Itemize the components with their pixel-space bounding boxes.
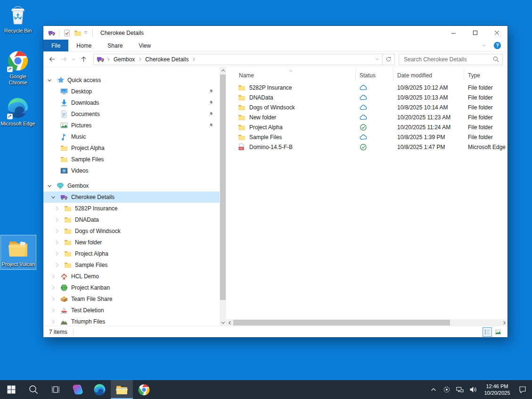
taskbar-copilot-button[interactable] (66, 380, 89, 399)
desktop-icon-microsoft-edge[interactable]: Microsoft Edge (0, 95, 35, 127)
action-center-icon[interactable] (517, 384, 528, 395)
chevron-right-icon[interactable] (54, 205, 60, 212)
file-row-5282p-insurance[interactable]: 5282P Insurance10/8/2025 10:12 AMFile fo… (226, 83, 507, 92)
maximize-button[interactable] (464, 26, 486, 40)
chevron-right-icon[interactable] (54, 250, 60, 257)
up-arrow-icon[interactable] (80, 56, 87, 63)
nav-item-downloads[interactable]: Downloads (43, 97, 220, 108)
details-view-button[interactable] (483, 327, 492, 337)
file-row-sample-files[interactable]: Sample Files10/8/2025 1:39 PMFile folder (226, 132, 507, 142)
nav-item-quick-access[interactable]: Quick access (43, 75, 220, 86)
taskbar-clock[interactable]: 12:46 PM 10/20/2025 (482, 383, 512, 396)
scrollbar-thumb[interactable] (220, 75, 226, 300)
ribbon-tab-view[interactable]: View (131, 40, 159, 51)
chevron-right-icon[interactable] (54, 262, 60, 268)
nav-item-music[interactable]: Music (43, 131, 220, 142)
nav-item-videos[interactable]: Videos (43, 165, 220, 176)
close-button[interactable] (486, 26, 507, 40)
file-row-dnadata[interactable]: DNAData10/8/2025 10:13 AMFile folder (226, 92, 507, 102)
search-input[interactable] (404, 56, 492, 63)
minimize-button[interactable] (442, 26, 464, 40)
nav-item-gembox[interactable]: Gembox (43, 180, 220, 191)
scroll-right-arrow-icon[interactable] (501, 319, 507, 326)
chevron-right-icon[interactable] (54, 228, 60, 234)
file-row-dogs-of-windsock[interactable]: Dogs of Windsock10/8/2025 10:14 AMFile f… (226, 102, 507, 112)
refresh-icon[interactable] (383, 54, 395, 65)
chevron-right-icon[interactable] (50, 273, 57, 280)
ribbon-tab-home[interactable]: Home (68, 40, 99, 51)
nav-item-project-kanban[interactable]: Project Kanban (43, 282, 220, 293)
tray-utility-icon[interactable] (442, 385, 451, 394)
nav-item-project-alpha[interactable]: Project Alpha (43, 248, 220, 259)
search-icon[interactable] (492, 56, 499, 63)
taskbar-start-button[interactable] (0, 380, 22, 399)
nav-item-sample-files[interactable]: Sample Files (43, 154, 220, 165)
new-folder-icon[interactable] (74, 29, 82, 37)
nav-item-team-file-share[interactable]: Team File Share (43, 293, 220, 305)
nav-item-pictures[interactable]: Pictures (43, 120, 220, 131)
chevron-right-icon[interactable] (54, 216, 60, 223)
ribbon-tab-share[interactable]: Share (99, 40, 131, 51)
expand-ribbon-chevron-icon[interactable] (481, 43, 486, 48)
breadcrumb-item-cherokee-details[interactable]: Cherokee Details (144, 56, 190, 63)
nav-item-test-deletion[interactable]: Test Deletion (43, 305, 220, 316)
window-titlebar[interactable]: Cherokee Details (43, 26, 507, 40)
properties-check-icon[interactable] (63, 29, 71, 37)
column-header-date-modified[interactable]: Date modified (393, 68, 464, 81)
taskbar-file-explorer-button[interactable] (111, 380, 133, 399)
nav-item-dnadata[interactable]: DNAData (43, 214, 220, 225)
nav-item-hcl-demo[interactable]: HCL Demo (43, 271, 220, 282)
thumbnails-view-button[interactable] (493, 327, 503, 337)
breadcrumb-chevron-icon[interactable] (137, 57, 143, 62)
chevron-right-icon[interactable] (50, 318, 57, 325)
breadcrumb-chevron-icon[interactable] (191, 57, 196, 62)
nav-item-project-alpha[interactable]: Project Alpha (43, 142, 220, 154)
scroll-up-arrow-icon[interactable] (220, 67, 226, 74)
column-header-type[interactable]: Type (464, 68, 507, 81)
horizontal-scrollbar[interactable] (226, 319, 507, 326)
desktop-icon-google-chrome[interactable]: Google Chrome (0, 48, 35, 86)
chevron-down-icon[interactable] (50, 194, 57, 200)
taskbar-edge-button[interactable] (89, 380, 111, 399)
ribbon-tab-file[interactable]: File (43, 40, 68, 51)
column-header-status[interactable]: Status (356, 68, 393, 81)
breadcrumb-chevron-icon[interactable] (106, 57, 111, 62)
chevron-right-icon[interactable] (54, 239, 60, 246)
taskbar-chrome-button[interactable] (133, 380, 155, 399)
tray-network-icon[interactable] (456, 385, 464, 394)
scroll-down-arrow-icon[interactable] (220, 319, 226, 326)
address-bar[interactable]: GemboxCherokee Details (93, 54, 383, 65)
forward-arrow-icon[interactable] (60, 56, 67, 63)
file-row-project-alpha[interactable]: Project Alpha10/20/2025 11:24 AMFile fol… (226, 122, 507, 132)
nav-item-triumph-files[interactable]: Triumph Files (43, 316, 220, 326)
nav-item-cherokee-details[interactable]: Cherokee Details (43, 191, 220, 203)
recent-locations-chevron-icon[interactable] (70, 56, 77, 63)
scroll-left-arrow-icon[interactable] (226, 319, 233, 326)
nav-item-5282p-insurance[interactable]: 5282P Insurance (43, 203, 220, 214)
taskbar-search-button[interactable] (22, 380, 44, 399)
taskbar-task-view-button[interactable] (44, 380, 66, 399)
nav-item-dogs-of-windsock[interactable]: Dogs of Windsock (43, 225, 220, 237)
nav-vertical-scrollbar[interactable] (220, 67, 226, 326)
file-row-new-folder[interactable]: New folder10/20/2025 11:23 AMFile folder (226, 112, 507, 122)
search-box[interactable] (399, 54, 503, 65)
chevron-right-icon[interactable] (50, 296, 57, 302)
breadcrumb-item-gembox[interactable]: Gembox (112, 56, 136, 63)
chevron-down-icon[interactable] (46, 183, 53, 189)
chevron-right-icon[interactable] (50, 284, 57, 291)
chevron-down-icon[interactable] (46, 77, 53, 83)
column-header-name[interactable]: Name (226, 68, 356, 81)
desktop-icon-recycle-bin[interactable]: Recycle Bin (0, 2, 35, 34)
qat-customize-chevron-icon[interactable] (83, 30, 89, 36)
nav-item-documents[interactable]: Documents (43, 108, 220, 120)
chevron-right-icon[interactable] (50, 307, 57, 314)
scrollbar-thumb[interactable] (233, 320, 450, 325)
nav-item-new-folder[interactable]: New folder (43, 237, 220, 248)
desktop-icon-project-vulcan[interactable]: Project Vulcan (1, 235, 36, 269)
tray-hidden-icons-icon[interactable] (429, 385, 438, 394)
file-row-domino-14-5-f-b[interactable]: PDFDomino-14.5-F-B10/8/2025 1:47 PMMicro… (226, 142, 507, 152)
back-arrow-icon[interactable] (48, 56, 56, 63)
address-dropdown-chevron-icon[interactable] (372, 54, 382, 65)
nav-item-sample-files[interactable]: Sample Files (43, 259, 220, 271)
help-icon[interactable]: ? (493, 42, 501, 50)
